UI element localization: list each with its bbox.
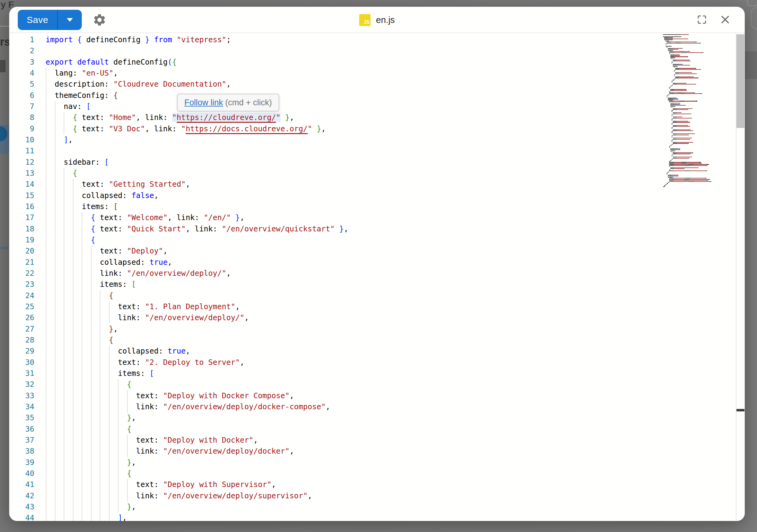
code-line: 23 items: [ <box>9 279 745 290</box>
minimap-row <box>673 138 692 138</box>
code-text: collapsed: false, <box>45 190 159 201</box>
minimap-row <box>672 124 672 125</box>
url-link[interactable]: https://docs.cloudreve.org/ <box>186 124 308 134</box>
code-line: 11 <box>9 145 745 157</box>
minimap-row <box>667 174 667 174</box>
minimap-row <box>672 137 672 137</box>
code-text: link: "/en/overview/deploy/docker", <box>45 446 294 457</box>
save-button[interactable]: Save <box>18 10 57 30</box>
background-panel-fragment <box>744 51 757 79</box>
minimap-row <box>673 117 682 117</box>
minimap-row <box>674 71 675 72</box>
minimap-row <box>669 164 709 165</box>
code-line: 18 { text: "Quick Start", link: "/en/ove… <box>9 223 745 235</box>
follow-link-action[interactable]: Follow link <box>184 98 223 107</box>
minimap-row <box>672 114 673 115</box>
code-line: 4 lang: "en-US", <box>9 68 745 79</box>
code-text: { <box>45 335 113 345</box>
code-text: { text: "V3 Doc", link: "https://docs.cl… <box>45 123 326 134</box>
line-number: 1 <box>9 34 34 45</box>
code-text: text: "1. Plan Deployment", <box>45 301 240 312</box>
line-number: 20 <box>9 246 34 256</box>
url-link[interactable]: https://cloudreve.org/ <box>177 113 276 123</box>
minimap-row <box>673 66 678 67</box>
minimap-row <box>673 130 690 130</box>
code-line: 10 ], <box>9 134 745 146</box>
close-button[interactable] <box>720 14 731 25</box>
code-line: 37 text: "Deploy with Docker", <box>9 435 745 446</box>
line-number: 31 <box>9 368 34 379</box>
code-text: ], <box>45 134 73 145</box>
background-divider <box>0 247 10 249</box>
line-number: 32 <box>9 379 34 390</box>
code-line: 27 }, <box>9 324 745 335</box>
code-text: items: [ <box>45 201 118 212</box>
minimap-row <box>673 133 695 134</box>
minimap-row <box>672 123 673 124</box>
minimap-row <box>669 92 695 93</box>
code-line: 33 text: "Deploy with Docker Compose", <box>9 390 745 401</box>
fullscreen-button[interactable] <box>696 14 708 25</box>
modal-header: Save JS en.js <box>9 7 745 33</box>
minimap-row <box>668 49 678 49</box>
minimap-row <box>670 106 675 107</box>
minimap-row <box>670 103 680 103</box>
minimap-row <box>675 69 701 70</box>
minimap-row <box>672 58 672 59</box>
minimap-row <box>664 185 665 186</box>
save-dropdown-button[interactable] <box>57 10 82 30</box>
minimap-row <box>673 121 688 122</box>
line-number: 35 <box>9 412 34 423</box>
minimap-row <box>669 170 707 171</box>
code-line: 40 { <box>9 468 745 479</box>
minimap[interactable] <box>663 34 736 520</box>
code-text: items: [ <box>45 368 154 379</box>
minimap-row <box>667 42 697 42</box>
code-text: export default defineConfig({ <box>45 57 177 68</box>
line-number: 11 <box>9 145 34 157</box>
minimap-row <box>670 105 686 105</box>
minimap-row <box>673 135 689 135</box>
line-number: 27 <box>9 324 34 335</box>
code-line: 44 ], <box>9 513 745 521</box>
code-editor[interactable]: 1import { defineConfig } from "vitepress… <box>9 34 745 521</box>
code-text: { <box>45 424 131 435</box>
minimap-row <box>674 74 675 75</box>
minimap-row <box>675 68 696 69</box>
minimap-row <box>670 167 699 168</box>
minimap-row <box>674 79 675 79</box>
minimap-row <box>675 77 699 78</box>
code-text: text: "Deploy", <box>45 246 167 256</box>
line-number: 7 <box>9 101 34 112</box>
minimap-row <box>670 86 672 87</box>
code-text: ], <box>45 513 127 521</box>
code-text: }, <box>45 324 118 335</box>
minimap-row <box>673 79 674 80</box>
minimap-row <box>669 102 670 103</box>
minimap-row <box>670 58 675 58</box>
minimap-row <box>669 93 702 94</box>
minimap-row <box>670 89 686 90</box>
minimap-row <box>672 111 672 112</box>
line-number: 12 <box>9 157 34 168</box>
code-text: }, <box>45 412 136 423</box>
scrollbar-thumb[interactable] <box>737 34 744 128</box>
line-number: 14 <box>9 179 34 190</box>
minimap-row <box>667 43 701 44</box>
minimap-row <box>667 173 668 173</box>
minimap-row <box>669 178 707 178</box>
minimap-row <box>670 90 687 91</box>
line-number: 10 <box>9 134 34 145</box>
minimap-row <box>673 112 681 113</box>
minimap-row <box>664 40 673 40</box>
settings-button[interactable] <box>92 13 106 27</box>
save-split-button[interactable]: Save <box>18 10 82 30</box>
screen: y F rs Save JS en.js <box>0 0 757 532</box>
code-line: 29 collapsed: true, <box>9 345 745 357</box>
line-number: 29 <box>9 345 34 357</box>
line-number: 26 <box>9 312 34 323</box>
code-line: 42 link: "/en/overview/deploy/supervisor… <box>9 490 745 502</box>
minimap-row <box>669 179 710 180</box>
minimap-row <box>664 39 688 39</box>
minimap-row <box>673 60 689 60</box>
